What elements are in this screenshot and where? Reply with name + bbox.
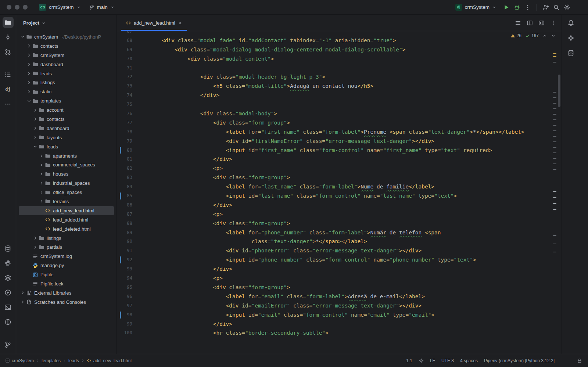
line-number[interactable]: 99 [117,320,132,329]
code-text[interactable]: <hr class="border-secondary-subtle"> [162,328,329,338]
code-line-88[interactable]: 88 <div class="form-group"> [117,219,562,228]
line-number[interactable]: 92 [117,255,132,265]
lock-icon[interactable] [577,358,582,363]
code-line-89[interactable]: 89 <label for="phone_number" class="form… [117,228,562,237]
chevron-right-icon[interactable] [38,180,44,186]
line-number[interactable]: 74 [117,91,132,100]
line-separator[interactable]: LF [430,358,435,363]
code-line-98[interactable]: 98 <input id="email" class="form-control… [117,310,562,320]
chevron-right-icon[interactable] [32,125,38,131]
stripe-mark[interactable] [553,114,556,115]
line-number[interactable]: 83 [117,173,132,182]
stripe-mark[interactable] [553,235,556,236]
code-text[interactable]: <div class="form-group"> [162,283,290,292]
pull-requests-icon[interactable] [3,46,14,57]
line-number[interactable]: 87 [117,210,132,219]
code-line-91[interactable]: 91 <div id="phoneError" class="error-mes… [117,246,562,255]
gutter[interactable]: 68 [117,36,162,45]
line-number[interactable]: 96 [117,292,132,301]
minimize-window-button[interactable] [15,5,19,10]
code-line-84[interactable]: 84 <label for="last_name" class="form-la… [117,182,562,191]
code-line-96[interactable]: 96 <label for="email" class="form-label"… [117,292,562,301]
code-text[interactable]: <p> [162,274,223,283]
line-number[interactable]: 78 [117,127,132,137]
project-icon[interactable] [3,17,14,28]
code-text[interactable]: <div id="phoneError" class="error-messag… [162,246,422,255]
caret-position[interactable]: 1:1 [406,358,412,363]
python-interpreter[interactable]: Pipenv (crmSystem) [Python 3.12.2] [484,358,555,363]
code-text[interactable]: <input id="last_name" class="form-contro… [162,191,457,201]
tree-item-crmsystem[interactable]: crmSystem [19,51,114,60]
line-number[interactable]: 68 [117,36,132,45]
tree-item-manage.py[interactable]: manage.py [19,261,114,270]
code-text[interactable]: </div> [162,265,232,274]
code-line-75[interactable]: 75 [117,100,562,109]
code-line-74[interactable]: 74 </div> [117,91,562,100]
stripe-mark[interactable] [553,103,556,104]
line-number[interactable]: 89 [117,228,132,237]
tree-item-commercial_spaces[interactable]: commercial_spaces [19,160,114,169]
code-line-70[interactable]: 70 <div class="modal-content"> [117,54,562,64]
editor-scrollbar-thumb[interactable] [558,75,560,107]
stripe-mark[interactable] [553,141,556,142]
vcs-change-marker[interactable] [120,193,121,199]
tree-item-templates[interactable]: templates [19,96,114,105]
line-number[interactable]: 81 [117,155,132,164]
gutter[interactable]: 67 [117,31,162,36]
warnings-count[interactable]: 26 [510,33,521,38]
code-line-79[interactable]: 79 <div id="firstNameError" class="error… [117,137,562,146]
run-configuration-selector[interactable]: dj crmSystem [453,2,499,12]
stripe-mark[interactable] [553,191,556,192]
gutter[interactable]: 72 [117,72,162,82]
gutter[interactable]: 97 [117,301,162,310]
code-text[interactable]: <label for="phone_number" class="form-la… [162,228,441,237]
line-number[interactable]: 75 [117,100,132,109]
tree-item-listings[interactable]: listings [19,234,114,243]
close-window-button[interactable] [7,5,11,10]
chevron-right-icon[interactable] [32,244,38,250]
chevron-right-icon[interactable] [26,61,32,67]
line-number[interactable]: 72 [117,72,132,82]
code-line-95[interactable]: 95 <div class="form-group"> [117,283,562,292]
line-number[interactable]: 70 [117,54,132,64]
chevron-right-icon[interactable] [19,299,26,305]
stripe-mark[interactable] [553,56,556,57]
code-text[interactable]: <div class="form-group"> [162,219,290,228]
tree-item-static[interactable]: static [19,87,114,96]
breadcrumb-templates[interactable]: templates [42,358,61,363]
split-editor-icon[interactable] [527,20,533,26]
run-button[interactable] [503,4,510,11]
line-number[interactable]: 69 [117,45,132,54]
code-text[interactable]: <div class="modal-content"> [162,54,274,64]
code-text[interactable]: <div class="modal-body"> [162,109,277,118]
chevron-right-icon[interactable] [38,162,44,168]
line-number[interactable]: 79 [117,137,132,146]
chevron-right-icon[interactable] [38,171,44,177]
code-text[interactable]: <div class="form-group"> [162,118,290,127]
gutter[interactable]: 70 [117,54,162,64]
vcs-change-marker[interactable] [120,312,121,319]
project-panel-header[interactable]: Project [16,15,116,31]
code-text[interactable]: <h5 class="modal-title">Adaugă un contac… [162,82,373,91]
code-text[interactable]: <label for="email" class="form-label">Ad… [162,292,425,301]
tree-item-terrains[interactable]: terrains [19,197,114,206]
code-text[interactable]: <p> [162,210,223,219]
line-number[interactable]: 95 [117,283,132,292]
breadcrumb-add_new_lead-html[interactable]: add_new_lead.html [87,358,132,363]
chevron-right-icon[interactable] [32,107,38,113]
tree-item-lead_added.html[interactable]: lead_added.html [19,215,114,224]
tree-item-pipfile.lock[interactable]: Pipfile.lock [19,279,114,288]
database-icon[interactable] [566,48,576,58]
line-number[interactable]: 91 [117,246,132,255]
tree-item-layouts[interactable]: layouts [19,133,114,142]
line-number[interactable]: 98 [117,310,132,320]
tree-item-crmsystem[interactable]: crmSystem~/Desktop/pythonP [19,32,114,42]
close-tab-icon[interactable] [178,21,183,25]
stripe-mark[interactable] [553,92,556,93]
gutter[interactable]: 99 [117,320,162,329]
tree-item-office_spaces[interactable]: office_spaces [19,188,114,197]
gutter[interactable]: 100 [117,328,162,338]
code-line-90[interactable]: 90 class="text-danger">*</span></label> [117,237,562,246]
line-number[interactable]: 85 [117,191,132,201]
gutter[interactable]: 91 [117,246,162,255]
